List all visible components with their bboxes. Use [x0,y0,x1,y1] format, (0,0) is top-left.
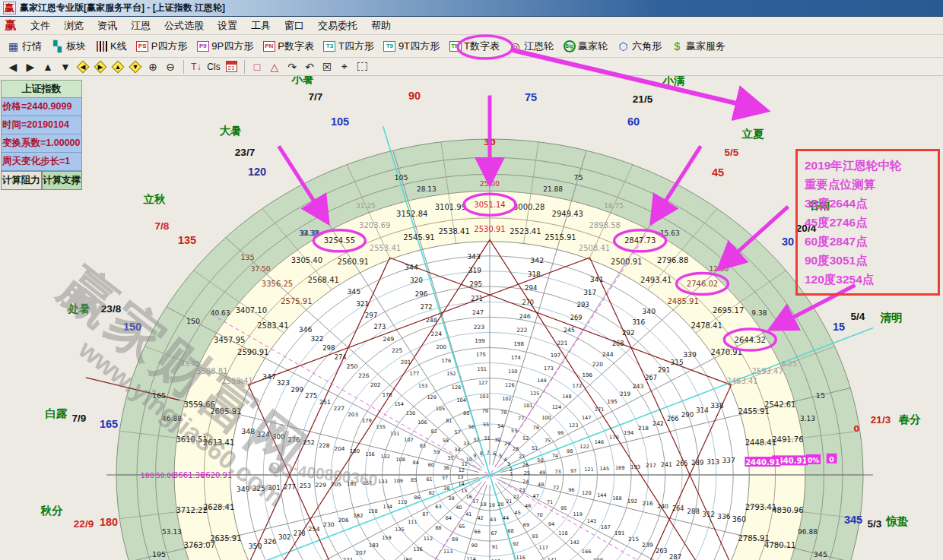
svg-text:244: 244 [602,351,614,358]
toolbar-item-label: T数字表 [464,40,500,53]
svg-text:2455.91: 2455.91 [738,407,769,416]
solar-term-label: 立秋 [144,192,166,207]
svg-text:336: 336 [717,512,731,520]
zoom-out-icon[interactable]: ⊖ [162,59,179,74]
pan-up-icon[interactable]: ▲ [110,59,126,74]
svg-text:135: 135 [395,527,404,533]
svg-text:2485.91: 2485.91 [667,297,698,305]
parameter-row-4: 周天变化步长=1 [1,153,82,171]
svg-text:11: 11 [462,461,468,467]
svg-text:4830.96: 4830.96 [772,506,803,514]
svg-text:219: 219 [620,391,630,397]
tools-toolbar: ◀▶▲▼◀▶▲▼⊕⊖T↓Cls21□△↷↶☒⌖ [0,58,943,76]
svg-text:191: 191 [614,530,624,536]
svg-text:154: 154 [394,401,403,407]
calc-support-button[interactable]: 计算支撑 [42,171,83,190]
annotation-line-7: 120度3254点 [805,270,931,289]
menu-item-2[interactable]: 浏览 [57,18,90,33]
pan-down-icon[interactable]: ▼ [127,59,144,74]
svg-text:128: 128 [452,384,461,391]
svg-text:92: 92 [513,541,519,547]
svg-text:240: 240 [657,503,668,510]
square-tool-icon[interactable]: □ [249,59,265,74]
degree-label: 75 [525,91,537,103]
toolbar-item-label: 六角形 [632,40,662,53]
toolbar-item-赢家服务[interactable]: $赢家服务 [667,38,729,55]
nav-right-icon[interactable]: ▶ [22,59,39,74]
degree-label: 180 [100,516,118,528]
toolbar-item-T四方形[interactable]: T3T四方形 [319,38,378,55]
svg-text:33: 33 [463,441,469,447]
menu-item-4[interactable]: 江恩 [124,18,157,33]
svg-text:3101.99: 3101.99 [435,203,466,211]
svg-text:175: 175 [476,352,486,358]
svg-text:273: 273 [374,323,386,331]
svg-text:2796.88: 2796.88 [657,256,688,264]
menu-item-3[interactable]: 资讯 [90,18,124,33]
degree-label: 345 [844,514,862,526]
menu-item-1[interactable]: 文件 [24,18,57,33]
menu-item-9[interactable]: 交易委托 [311,18,364,33]
date-label: 23/8 [101,303,121,315]
svg-text:195: 195 [607,398,617,405]
degree-label: 90 [408,90,421,102]
toolbar-item-六角形[interactable]: ⬡六角形 [613,38,665,55]
toolbar-item-label: 9P四方形 [211,40,253,53]
menu-item-6[interactable]: 设置 [211,18,244,33]
toolbar-item-行情[interactable]: ▦行情 [3,38,46,55]
svg-text:296: 296 [415,290,427,298]
t-down-icon[interactable]: T↓ [188,59,205,74]
svg-text:313: 313 [706,458,719,466]
svg-text:49: 49 [539,470,545,476]
symbol-title: 上证指数 [1,80,82,98]
toolbar-item-P数字表[interactable]: PNP数字表 [259,38,318,55]
svg-text:136: 136 [413,546,422,552]
svg-text:4: 4 [503,457,506,463]
parameter-row-2: 时间=20190104 [1,116,82,134]
nav-up-icon[interactable]: ▲ [40,59,56,74]
degree-label: 135 [178,234,196,246]
rotate-cw-icon[interactable]: ↷ [284,59,300,74]
svg-text:302: 302 [278,533,291,541]
svg-text:130: 130 [406,410,415,416]
svg-text:269: 269 [570,314,583,321]
zoom-in-icon[interactable]: ⊕ [144,59,161,74]
nav-left-icon[interactable]: ◀ [5,59,21,74]
calc-resistance-button[interactable]: 计算阻力 [1,171,42,190]
svg-text:2560.91: 2560.91 [338,258,369,266]
toolbar-item-P四方形[interactable]: PSP四方形 [132,38,192,55]
toolbar-item-板块[interactable]: ▚板块 [47,38,90,55]
delete-box-icon[interactable]: ☒ [319,59,335,74]
toolbar-item-赢家轮[interactable]: Big赢家轮 [559,38,611,55]
toolbar-item-9P四方形[interactable]: P99P四方形 [192,38,257,55]
menu-item-5[interactable]: 公式选股 [157,18,211,33]
toolbar-item-label: 赢家服务 [686,40,726,53]
svg-text:6.25: 6.25 [782,360,797,368]
toolbar-item-9T四方形[interactable]: T99T四方形 [379,38,443,55]
menu-item-7[interactable]: 工具 [244,18,278,33]
svg-text:200: 200 [437,343,447,350]
select-box-icon[interactable] [354,59,370,74]
toolbar-item-K线[interactable]: K线 [91,38,131,55]
svg-text:290: 290 [681,411,694,419]
menu-item-8[interactable]: 窗口 [278,18,311,33]
nav-down-icon[interactable]: ▼ [57,59,74,74]
svg-text:245: 245 [564,327,575,334]
pan-right-icon[interactable]: ▶ [92,59,109,74]
svg-text:198: 198 [514,340,525,347]
cls-button[interactable]: Cls [205,59,222,74]
rotate-ccw-icon[interactable]: ↶ [301,59,318,74]
svg-text:35: 35 [447,455,453,461]
svg-text:3356.25: 3356.25 [262,280,293,288]
svg-text:2644.32: 2644.32 [735,336,766,344]
toolbar-item-T数字表[interactable]: TNT数字表 [445,38,503,55]
menu-item-10[interactable]: 帮助 [364,18,398,33]
svg-text:114: 114 [466,556,475,560]
pan-left-icon[interactable]: ◀ [75,59,91,74]
calendar-icon[interactable]: 21 [223,59,240,74]
svg-text:341: 341 [590,275,604,283]
svg-text:221: 221 [557,340,567,346]
center-icon[interactable]: ⌖ [336,59,353,74]
triangle-tool-icon[interactable]: △ [266,59,283,74]
toolbar-item-江恩轮[interactable]: ◎江恩轮 [505,38,557,55]
